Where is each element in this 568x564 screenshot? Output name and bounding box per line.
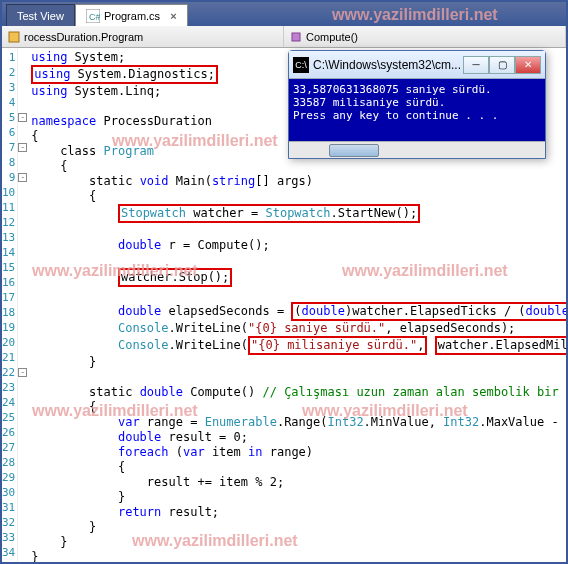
class-icon [8, 31, 20, 43]
console-output: 33,5870631368075 saniye sürdü.33587 mili… [289, 79, 545, 141]
console-window[interactable]: C:\ C:\Windows\system32\cm... ─ ▢ ✕ 33,5… [288, 50, 546, 159]
console-titlebar[interactable]: C:\ C:\Windows\system32\cm... ─ ▢ ✕ [289, 51, 545, 79]
maximize-button[interactable]: ▢ [489, 56, 515, 74]
svg-rect-2 [9, 32, 19, 42]
class-dropdown[interactable]: rocessDuration.Program [2, 26, 284, 47]
svg-rect-3 [292, 33, 300, 41]
line-numbers: 1234567891011121314151617181920212223242… [2, 48, 18, 562]
method-icon [290, 31, 302, 43]
scroll-thumb[interactable] [329, 144, 379, 157]
class-name: rocessDuration.Program [24, 31, 143, 43]
window-buttons: ─ ▢ ✕ [463, 56, 541, 74]
tab-bar: Test View C# Program.cs × [2, 2, 566, 26]
member-name: Compute() [306, 31, 358, 43]
minimize-button[interactable]: ─ [463, 56, 489, 74]
close-button[interactable]: ✕ [515, 56, 541, 74]
console-title: C:\Windows\system32\cm... [313, 58, 463, 72]
tab-test-view[interactable]: Test View [6, 4, 75, 26]
svg-text:C#: C# [89, 12, 100, 22]
tab-program-cs[interactable]: C# Program.cs × [75, 4, 188, 26]
tab-label: Test View [17, 10, 64, 22]
cmd-icon: C:\ [293, 57, 309, 73]
tab-label: Program.cs [104, 10, 160, 22]
fold-margin[interactable]: ---- [18, 48, 27, 562]
close-icon[interactable]: × [170, 10, 176, 22]
navigation-bar: rocessDuration.Program Compute() [2, 26, 566, 48]
csharp-file-icon: C# [86, 9, 100, 23]
console-scrollbar[interactable] [289, 141, 545, 158]
member-dropdown[interactable]: Compute() [284, 26, 566, 47]
